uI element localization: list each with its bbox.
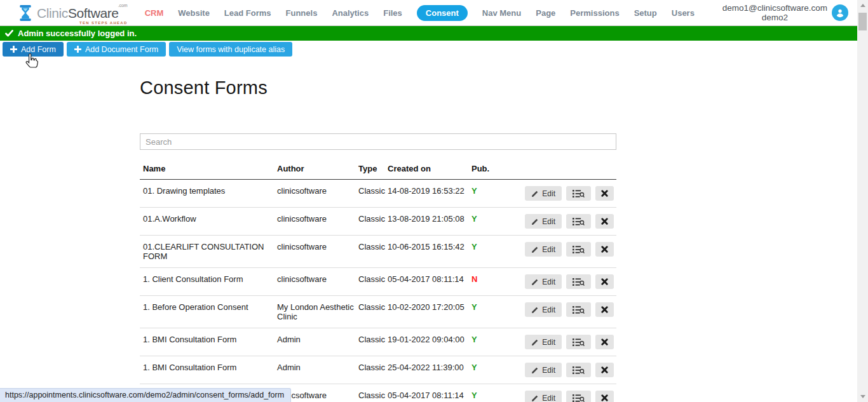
view-entries-button[interactable] (566, 335, 591, 349)
pencil-icon (531, 218, 539, 225)
table-row: 1. BMI Consultation FormAdminClassic25-0… (140, 356, 616, 384)
delete-button[interactable] (595, 391, 614, 402)
edit-button-label: Edit (542, 278, 555, 286)
nav-item-users[interactable]: Users (672, 8, 695, 18)
edit-button[interactable]: Edit (525, 214, 562, 229)
nav-item-website[interactable]: Website (178, 8, 210, 18)
add-document-form-button[interactable]: Add Document Form (67, 42, 166, 57)
col-header-name: Name (140, 158, 277, 180)
view-duplicate-alias-button[interactable]: View forms with duplicate alias (169, 42, 292, 57)
add-form-button[interactable]: Add Form (3, 42, 64, 57)
pencil-icon (531, 246, 539, 253)
brand-tld: .com (118, 3, 127, 8)
cell-author: My London Aesthetic Clinic (277, 296, 358, 328)
main-content: Consent Forms Name Author Type Created o… (140, 77, 616, 402)
cell-actions: Edit (510, 268, 616, 296)
edit-button[interactable]: Edit (525, 391, 562, 402)
delete-button[interactable] (595, 274, 614, 289)
cell-type: Classic (358, 236, 388, 268)
list-search-icon (573, 189, 585, 198)
cell-author: clinicsoftware (277, 268, 358, 296)
edit-button[interactable]: Edit (525, 363, 562, 377)
view-entries-button[interactable] (566, 274, 591, 289)
cell-actions: Edit (510, 180, 616, 208)
x-icon (601, 218, 608, 225)
cell-type: Classic (358, 296, 388, 328)
brand-clinic: Clinic (37, 6, 68, 20)
cell-created-on: 25-04-2022 11:39:00 (388, 356, 471, 384)
banner-text: Admin successfully logged in. (18, 29, 137, 38)
cell-pub: Y (471, 384, 510, 402)
cell-actions: Edit (510, 208, 616, 236)
pencil-icon (531, 306, 539, 314)
success-banner: Admin successfully logged in. (0, 26, 857, 41)
scroll-down-arrow-icon[interactable] (857, 391, 868, 402)
nav-item-funnels[interactable]: Funnels (286, 8, 318, 18)
pencil-icon (531, 366, 539, 374)
nav-item-nav-menu[interactable]: Nav Menu (482, 8, 521, 18)
view-entries-button[interactable] (566, 242, 591, 257)
avatar[interactable] (832, 4, 848, 21)
cell-type: Classic (358, 208, 388, 236)
edit-button-label: Edit (542, 189, 555, 198)
delete-button[interactable] (595, 363, 614, 377)
search-input[interactable] (140, 133, 616, 150)
cell-name: 01. Drawing templates (140, 180, 277, 208)
view-entries-button[interactable] (566, 186, 591, 201)
nav-item-permissions[interactable]: Permissions (570, 8, 619, 18)
edit-button[interactable]: Edit (525, 302, 562, 317)
col-header-pub: Pub. (471, 158, 510, 180)
list-search-icon (573, 394, 585, 402)
scroll-up-arrow-icon[interactable] (857, 0, 868, 11)
edit-button[interactable]: Edit (525, 335, 562, 349)
table-row: 1. Client Consultation Formclinicsoftwar… (140, 268, 616, 296)
view-entries-button[interactable] (566, 214, 591, 229)
x-icon (601, 366, 608, 373)
delete-button[interactable] (595, 242, 614, 257)
nav-item-analytics[interactable]: Analytics (332, 8, 369, 18)
nav-item-files[interactable]: Files (383, 8, 402, 18)
delete-button[interactable] (595, 214, 614, 229)
table-row: 01.CLEARLIFT CONSULTATION FORMclinicsoft… (140, 236, 616, 268)
cell-actions: Edit (510, 356, 616, 384)
delete-button[interactable] (595, 302, 614, 317)
cell-type: Classic (358, 268, 388, 296)
status-url-tooltip: https://appointments.clinicsoftware.com/… (0, 388, 291, 402)
cell-author: clinicsoftware (277, 180, 358, 208)
page-title: Consent Forms (140, 77, 616, 98)
list-search-icon (573, 338, 585, 347)
brand-text: ClinicSoftware .com TEN STEPS AHEAD (37, 6, 128, 20)
list-search-icon (573, 278, 585, 286)
plus-icon (74, 46, 81, 53)
nav-item-lead-forms[interactable]: Lead Forms (224, 8, 271, 18)
x-icon (601, 246, 608, 253)
brand-logo[interactable]: ClinicSoftware .com TEN STEPS AHEAD (18, 4, 128, 22)
cell-created-on: 05-04-2017 08:11:14 (388, 384, 471, 402)
nav-item-consent[interactable]: Consent (417, 5, 468, 21)
view-entries-button[interactable] (566, 363, 591, 377)
scrollbar-thumb[interactable] (858, 13, 867, 30)
edit-button[interactable]: Edit (525, 186, 562, 201)
delete-button[interactable] (595, 186, 614, 201)
cell-pub: Y (471, 328, 510, 356)
view-entries-button[interactable] (566, 391, 591, 402)
plus-icon (10, 46, 17, 53)
edit-button[interactable]: Edit (525, 274, 562, 289)
nav-item-page[interactable]: Page (536, 8, 555, 18)
col-header-created: Created on (388, 158, 471, 180)
pencil-icon (531, 338, 539, 346)
delete-button[interactable] (595, 335, 614, 349)
cell-created-on: 14-08-2019 16:53:22 (388, 180, 471, 208)
pencil-icon (531, 190, 539, 198)
brand-tagline: TEN STEPS AHEAD (79, 21, 128, 25)
nav-item-crm[interactable]: CRM (145, 8, 164, 18)
cell-name: 1. Before Operation Consent (140, 296, 277, 328)
edit-button[interactable]: Edit (525, 242, 562, 257)
check-icon (5, 30, 13, 37)
view-entries-button[interactable] (566, 302, 591, 317)
nav-item-setup[interactable]: Setup (634, 8, 657, 18)
person-icon (834, 7, 846, 18)
toolbar-button-label: Add Document Form (85, 45, 158, 54)
vertical-scrollbar[interactable] (857, 0, 868, 402)
cell-author: clinicsoftware (277, 208, 358, 236)
